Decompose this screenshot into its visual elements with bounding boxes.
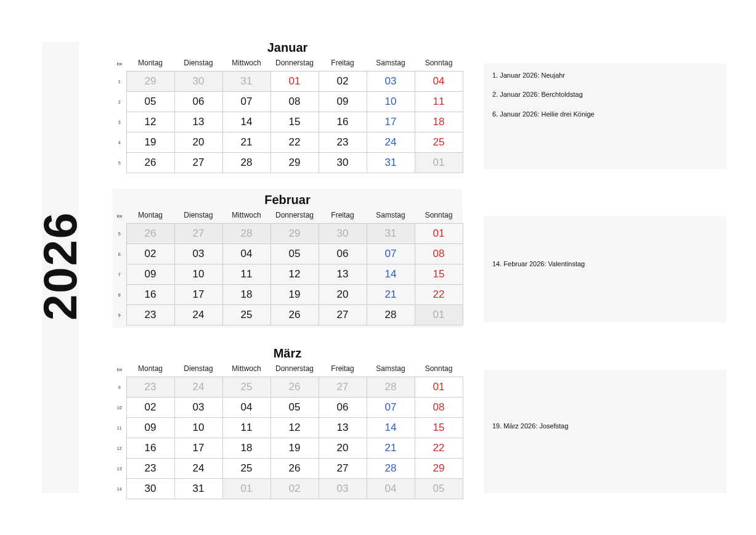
holiday-entry: 14. Februar 2026: Valentinstag [492,259,585,269]
holiday-panel-februar: 14. Februar 2026: Valentinstag [484,216,726,322]
holiday-panel-maerz: 19. März 2026: Josefstag [484,370,726,493]
week-number: 8 [113,285,126,305]
day-cell: 02 [270,479,319,499]
day-cell: 27 [174,153,222,173]
calendar-week-row: 709101112131415 [113,264,463,285]
day-cell: 29 [126,71,174,92]
day-cell: 01 [222,479,270,499]
weekday-header: Donnerstag [270,56,319,71]
calendar-grid: kwMontagDienstagMittwochDonnerstagFreita… [113,56,463,173]
day-cell: 23 [126,305,174,325]
day-cell: 22 [415,285,463,305]
weekday-header: Samstag [367,208,415,224]
day-cell: 09 [126,418,174,438]
day-cell: 03 [174,398,222,418]
day-cell: 05 [270,244,319,264]
day-cell: 27 [319,305,367,325]
day-cell: 08 [270,92,319,112]
day-cell: 25 [222,305,270,325]
weekday-header: Donnerstag [270,362,319,377]
day-cell: 02 [319,71,367,92]
weekday-header: Dienstag [174,362,222,377]
day-cell: 01 [270,71,319,92]
day-cell: 18 [415,112,463,133]
calendar-week-row: 419202122232425 [113,133,463,153]
day-cell: 28 [222,224,270,244]
day-cell: 21 [367,285,415,305]
month-title: Februar [113,189,462,208]
holiday-list: 19. März 2026: Josefstag [492,422,569,441]
holiday-list: 14. Februar 2026: Valentinstag [492,259,585,279]
holiday-panel-januar: 1. Januar 2026: Neujahr2. Januar 2026: B… [484,63,726,169]
day-cell: 23 [126,377,174,398]
calendar-week-row: 1109101112131415 [113,418,463,438]
day-cell: 03 [174,244,222,264]
calendar-week-row: 1002030405060708 [113,398,463,418]
day-cell: 28 [367,377,415,398]
week-number: 10 [113,398,126,418]
weekday-header: Sonntag [415,362,463,377]
day-cell: 30 [319,224,367,244]
week-number: 4 [113,133,126,153]
day-cell: 31 [222,71,270,92]
day-cell: 08 [415,244,463,264]
day-cell: 29 [270,153,319,173]
week-number: 7 [113,264,126,285]
day-cell: 12 [126,112,174,133]
day-cell: 24 [174,377,222,398]
calendar-week-row: 129303101020304 [113,71,463,92]
day-cell: 26 [270,377,319,398]
holiday-entry: 6. Januar 2026: Heilie drei Könige [492,110,718,119]
day-cell: 03 [367,71,415,92]
weekday-header: Mittwoch [222,362,270,377]
day-cell: 10 [174,418,222,438]
day-cell: 31 [367,153,415,173]
day-cell: 16 [319,112,367,133]
day-cell: 01 [415,224,463,244]
day-cell: 28 [367,305,415,325]
weekday-header: Mittwoch [222,208,270,224]
day-cell: 02 [126,244,174,264]
month-title: März [113,343,462,362]
calendar-page: 2026 JanuarkwMontagDienstagMittwochDonne… [0,0,756,535]
calendar-grid: kwMontagDienstagMittwochDonnerstagFreita… [113,362,463,499]
day-cell: 09 [126,264,174,285]
weekday-header: Samstag [367,56,415,71]
day-cell: 01 [415,377,463,398]
day-cell: 29 [415,459,463,479]
week-number: 6 [113,244,126,264]
month-block-maerz: MärzkwMontagDienstagMittwochDonnerstagFr… [113,343,462,499]
day-cell: 23 [319,133,367,153]
holiday-entry: 2. Januar 2026: Berchtoldstag [492,90,718,99]
day-cell: 27 [319,459,367,479]
day-cell: 15 [415,264,463,285]
day-cell: 06 [174,92,222,112]
day-cell: 23 [126,459,174,479]
day-cell: 04 [222,244,270,264]
day-cell: 09 [319,92,367,112]
day-cell: 12 [270,264,319,285]
kw-header: kw [113,362,126,377]
calendar-week-row: 923242526272801 [113,305,463,325]
day-cell: 10 [174,264,222,285]
day-cell: 30 [319,153,367,173]
calendar-week-row: 205060708091011 [113,92,463,112]
day-cell: 26 [270,459,319,479]
day-cell: 26 [126,153,174,173]
year-label-container: 2026 [42,189,79,343]
day-cell: 30 [126,479,174,499]
day-cell: 17 [367,112,415,133]
weekday-header: Montag [126,208,174,224]
day-cell: 04 [367,479,415,499]
day-cell: 29 [270,224,319,244]
day-cell: 24 [174,459,222,479]
day-cell: 20 [319,285,367,305]
weekday-header: Dienstag [174,56,222,71]
day-cell: 28 [222,153,270,173]
day-cell: 05 [126,92,174,112]
day-cell: 25 [222,377,270,398]
day-cell: 07 [367,398,415,418]
day-cell: 06 [319,244,367,264]
day-cell: 03 [319,479,367,499]
weekday-header: Sonntag [415,56,463,71]
